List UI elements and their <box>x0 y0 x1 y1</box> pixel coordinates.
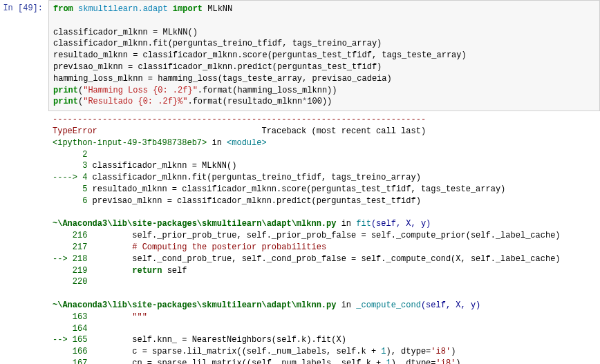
number: 1 <box>381 347 386 356</box>
keyword-return: return <box>132 266 162 276</box>
keyword-import: import <box>173 4 203 14</box>
code-cell: In [49]: from skmultilearn.adapt import … <box>0 0 600 111</box>
code-text: .format(hamming_loss_mlknn)) <box>198 86 337 95</box>
output-prompt <box>0 111 48 117</box>
code-context: ) <box>456 358 460 364</box>
code-context: c = sparse.lil_matrix((self._num_labels,… <box>87 347 381 356</box>
frame-path: ~\Anaconda3\lib\site-packages\skmultilea… <box>53 219 336 229</box>
code-line: classificador_mlknn = MLkNN() <box>53 28 198 37</box>
lineno: 163 <box>53 312 87 322</box>
number: 1 <box>386 358 391 364</box>
frame-in: in <box>336 219 356 229</box>
code-context: resultado_mlknn = classificador_mlknn.sc… <box>87 184 505 194</box>
docstring: """ <box>132 312 147 322</box>
lineno: 217 <box>53 242 87 252</box>
code-context: self._prior_prob_true, self._prior_prob_… <box>87 231 560 240</box>
code-context: ), dtype= <box>386 347 431 356</box>
builtin-print: print <box>53 97 78 106</box>
code-input[interactable]: from skmultilearn.adapt import MLkNN cla… <box>48 0 600 111</box>
lineno: 220 <box>53 277 87 287</box>
input-prompt: In [49]: <box>0 0 48 17</box>
arrow: --> <box>53 254 73 264</box>
code-text: )) <box>322 97 332 106</box>
number: 100 <box>307 97 322 106</box>
keyword-from: from <box>53 4 73 14</box>
code-context <box>87 312 132 322</box>
traceback-output: ----------------------------------------… <box>48 111 600 364</box>
frame-function: fit <box>356 219 371 229</box>
traceback-separator: ----------------------------------------… <box>53 115 426 124</box>
code-line: classificador_mlknn.fit(perguntas_treino… <box>53 39 382 48</box>
error-name: TypeError <box>53 126 97 136</box>
output-cell: ----------------------------------------… <box>0 111 600 364</box>
traceback-header: Traceback (most recent call last) <box>97 126 426 136</box>
frame-in: in <box>207 138 227 148</box>
code-context: self._cond_prob_true, self._cond_prob_fa… <box>87 254 560 264</box>
lineno: 3 <box>53 161 87 171</box>
lineno: 167 <box>53 358 87 364</box>
frame-args: (self, X, y) <box>421 300 480 310</box>
lineno: 6 <box>53 196 87 206</box>
comment: # Computing the posterior probabilities <box>132 242 326 252</box>
frame-args: (self, X, y) <box>371 219 431 229</box>
code-context: ), dtype= <box>391 358 436 364</box>
code-context: previsao_mlknn = classificador_mlknn.pre… <box>87 196 420 206</box>
frame-path: ~\Anaconda3\lib\site-packages\skmultilea… <box>53 300 336 310</box>
code-context: self <box>162 266 187 276</box>
code-context: cn = sparse.lil_matrix((self._num_labels… <box>87 358 386 364</box>
module-name: skmultilearn.adapt <box>78 4 168 14</box>
string-literal: 'i8' <box>436 358 456 364</box>
code-context: ) <box>451 347 456 356</box>
code-text: .format(resultado_mlknn <box>187 97 302 106</box>
code-context: classificador_mlknn.fit(perguntas_treino… <box>87 173 420 182</box>
string-literal: "Hamming Loss {0: .2f}" <box>83 86 198 95</box>
lineno: 165 <box>73 335 88 345</box>
code-context: classificador_mlknn = MLkNN() <box>87 161 236 171</box>
arrow: --> <box>53 335 73 345</box>
arrow: ----> <box>53 173 82 182</box>
code-context: self.knn_ = NearestNeighbors(self.k).fit… <box>87 335 346 345</box>
builtin-print: print <box>53 86 78 95</box>
import-name: MLkNN <box>207 4 232 14</box>
code-line: previsao_mlknn = classificador_mlknn.pre… <box>53 62 382 72</box>
string-literal: "Resultado {0: .2f}%" <box>83 97 187 106</box>
lineno: 164 <box>53 324 87 334</box>
frame-function: _compute_cond <box>356 300 421 310</box>
lineno: 5 <box>53 184 87 194</box>
code-context <box>87 277 92 287</box>
code-context <box>87 242 132 252</box>
code-line: hamming_loss_mlknn = hamming_loss(tags_t… <box>53 74 392 84</box>
frame-location: <ipython-input-49-3fb498738eb7> <box>53 138 207 148</box>
lineno: 216 <box>53 231 87 240</box>
code-line: resultado_mlknn = classificador_mlknn.sc… <box>53 50 467 60</box>
string-literal: 'i8' <box>431 347 451 356</box>
lineno: 219 <box>53 266 87 276</box>
frame-in: in <box>336 300 356 310</box>
code-context <box>87 150 92 160</box>
code-context <box>87 266 132 276</box>
lineno: 218 <box>73 254 88 264</box>
lineno: 166 <box>53 347 87 356</box>
code-context <box>87 324 92 334</box>
frame-module: <module> <box>227 138 267 148</box>
lineno: 2 <box>53 150 87 160</box>
